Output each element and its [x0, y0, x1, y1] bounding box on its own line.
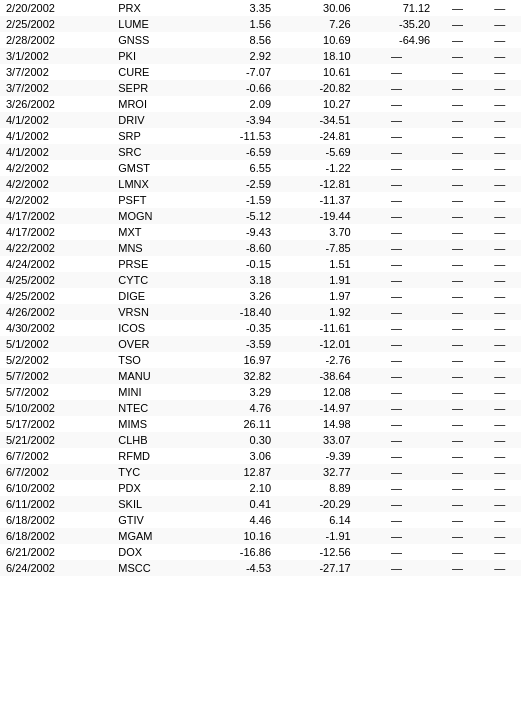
table-cell: — [479, 560, 521, 576]
table-cell: — [479, 480, 521, 496]
table-cell: -19.44 [277, 208, 357, 224]
table-row: 4/1/2002DRIV-3.94-34.51——— [0, 112, 521, 128]
table-cell: — [436, 208, 478, 224]
table-cell: — [479, 96, 521, 112]
table-cell: 4/2/2002 [0, 160, 112, 176]
table-cell: — [479, 0, 521, 16]
table-cell: CURE [112, 64, 197, 80]
table-cell: 1.92 [277, 304, 357, 320]
table-row: 2/28/2002GNSS8.5610.69-64.96—— [0, 32, 521, 48]
table-cell: DRIV [112, 112, 197, 128]
table-row: 6/7/2002TYC12.8732.77——— [0, 464, 521, 480]
table-cell: GMST [112, 160, 197, 176]
table-cell: — [436, 32, 478, 48]
table-cell: 10.61 [277, 64, 357, 80]
table-row: 6/18/2002MGAM10.16-1.91——— [0, 528, 521, 544]
table-cell: — [357, 480, 437, 496]
table-cell: — [479, 256, 521, 272]
table-cell: 8.56 [197, 32, 277, 48]
table-cell: -38.64 [277, 368, 357, 384]
table-cell: — [357, 368, 437, 384]
table-cell: — [479, 192, 521, 208]
table-cell: 5/2/2002 [0, 352, 112, 368]
table-cell: 26.11 [197, 416, 277, 432]
table-cell: 0.41 [197, 496, 277, 512]
table-row: 6/11/2002SKIL0.41-20.29——— [0, 496, 521, 512]
table-cell: — [436, 560, 478, 576]
table-row: 4/1/2002SRP-11.53-24.81——— [0, 128, 521, 144]
table-cell: 2.92 [197, 48, 277, 64]
table-row: 4/2/2002LMNX-2.59-12.81——— [0, 176, 521, 192]
table-cell: — [436, 528, 478, 544]
table-cell: — [357, 160, 437, 176]
table-row: 6/10/2002PDX2.108.89——— [0, 480, 521, 496]
table-cell: — [479, 320, 521, 336]
table-cell: 3/1/2002 [0, 48, 112, 64]
table-cell: — [357, 400, 437, 416]
table-cell: -1.22 [277, 160, 357, 176]
table-cell: 2/20/2002 [0, 0, 112, 16]
table-cell: 4/2/2002 [0, 176, 112, 192]
table-cell: 4/1/2002 [0, 128, 112, 144]
table-cell: — [357, 128, 437, 144]
table-cell: -0.15 [197, 256, 277, 272]
table-cell: 3.18 [197, 272, 277, 288]
table-cell: LUME [112, 16, 197, 32]
table-cell: 16.97 [197, 352, 277, 368]
table-cell: SEPR [112, 80, 197, 96]
table-cell: -5.12 [197, 208, 277, 224]
table-cell: — [479, 528, 521, 544]
table-cell: — [436, 48, 478, 64]
table-cell: -7.07 [197, 64, 277, 80]
table-cell: GTIV [112, 512, 197, 528]
table-cell: -0.66 [197, 80, 277, 96]
table-cell: 3.06 [197, 448, 277, 464]
table-cell: — [436, 160, 478, 176]
table-cell: — [357, 224, 437, 240]
table-cell: — [357, 208, 437, 224]
table-row: 4/2/2002GMST6.55-1.22——— [0, 160, 521, 176]
table-cell: RFMD [112, 448, 197, 464]
table-cell: 3.35 [197, 0, 277, 16]
table-cell: — [357, 336, 437, 352]
table-cell: MSCC [112, 560, 197, 576]
table-cell: — [436, 176, 478, 192]
table-cell: 4/1/2002 [0, 144, 112, 160]
table-cell: — [479, 384, 521, 400]
table-cell: 6/18/2002 [0, 512, 112, 528]
table-cell: TYC [112, 464, 197, 480]
table-cell: -11.61 [277, 320, 357, 336]
table-cell: — [357, 240, 437, 256]
table-cell: -12.01 [277, 336, 357, 352]
table-cell: -6.59 [197, 144, 277, 160]
table-cell: MROI [112, 96, 197, 112]
table-row: 4/25/2002DIGE3.261.97——— [0, 288, 521, 304]
table-cell: -24.81 [277, 128, 357, 144]
table-cell: -1.59 [197, 192, 277, 208]
table-cell: — [479, 16, 521, 32]
table-cell: PDX [112, 480, 197, 496]
table-cell: — [479, 208, 521, 224]
table-cell: — [436, 16, 478, 32]
table-cell: — [436, 0, 478, 16]
table-row: 4/1/2002SRC-6.59-5.69——— [0, 144, 521, 160]
table-cell: — [479, 224, 521, 240]
table-cell: — [479, 288, 521, 304]
table-cell: — [436, 272, 478, 288]
table-cell: 4/2/2002 [0, 192, 112, 208]
table-row: 5/10/2002NTEC4.76-14.97——— [0, 400, 521, 416]
table-cell: — [357, 448, 437, 464]
table-cell: PRSE [112, 256, 197, 272]
table-cell: -16.86 [197, 544, 277, 560]
table-cell: -9.39 [277, 448, 357, 464]
table-cell: PRX [112, 0, 197, 16]
table-cell: — [479, 240, 521, 256]
table-row: 5/17/2002MIMS26.1114.98——— [0, 416, 521, 432]
table-cell: 7.26 [277, 16, 357, 32]
table-row: 3/7/2002SEPR-0.66-20.82——— [0, 80, 521, 96]
table-cell: 30.06 [277, 0, 357, 16]
table-cell: VRSN [112, 304, 197, 320]
table-cell: 5/10/2002 [0, 400, 112, 416]
table-cell: — [436, 496, 478, 512]
table-cell: 12.87 [197, 464, 277, 480]
